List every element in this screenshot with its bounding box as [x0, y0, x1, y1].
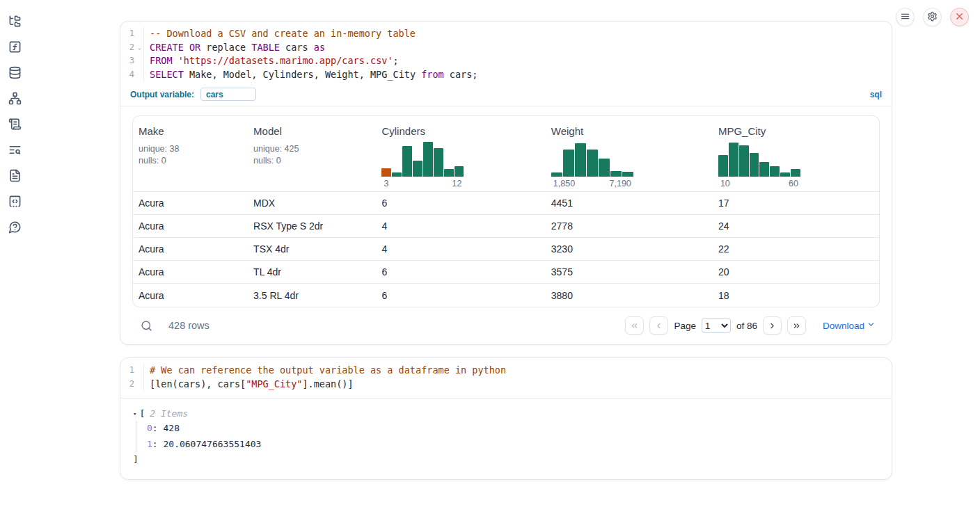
table-cell: 6	[376, 198, 545, 209]
table-cell: Acura	[133, 243, 248, 255]
histogram-bar[interactable]	[750, 153, 759, 177]
table-cell: Acura	[133, 198, 248, 209]
download-button[interactable]: Download	[823, 320, 876, 331]
square-function-icon	[8, 40, 22, 56]
tree-output-header: ▾ [ 2 Items	[133, 408, 880, 419]
last-page-button[interactable]	[787, 316, 806, 335]
folder-tree-icon	[8, 15, 22, 31]
histogram-bar[interactable]	[587, 150, 598, 177]
column-header-make[interactable]: Makeunique: 38nulls: 0	[133, 125, 248, 189]
prev-page-button[interactable]	[649, 316, 668, 335]
line-number: 2	[129, 41, 136, 55]
shutdown-button[interactable]	[950, 8, 969, 26]
histogram-bar[interactable]	[759, 162, 769, 177]
page-select[interactable]: 1	[702, 318, 731, 333]
network-icon	[8, 92, 22, 108]
close-icon	[954, 11, 965, 24]
search-icon[interactable]	[141, 320, 152, 332]
column-name: Make	[139, 125, 248, 137]
row-count-label: 428 rows	[168, 320, 210, 331]
histogram-bar[interactable]	[718, 155, 728, 177]
column-header-weight[interactable]: Weight1,8507,190	[546, 125, 713, 189]
column-header-model[interactable]: Modelunique: 425nulls: 0	[248, 125, 376, 189]
tree-item: 1: 20.060747663551403	[147, 437, 880, 453]
sidebar-item-scratchpad-search[interactable]	[8, 144, 22, 158]
histogram-bar[interactable]	[392, 172, 402, 177]
data-table: Makeunique: 38nulls: 0Modelunique: 425nu…	[132, 115, 880, 307]
settings-button[interactable]	[923, 8, 942, 26]
histogram-bar[interactable]	[563, 150, 574, 177]
pagination: Page 1 of 86 Download	[625, 316, 876, 335]
table-cell: TSX 4dr	[248, 243, 376, 255]
collapse-chevron-icon[interactable]: ▾	[133, 410, 136, 417]
table-row[interactable]: AcuraRSX Type S 2dr4277824	[133, 215, 879, 238]
table-cell: 17	[713, 198, 879, 209]
notebook-menu-button[interactable]	[896, 8, 915, 26]
table-cell: 6	[376, 290, 545, 301]
sidebar-item-documentation[interactable]	[8, 170, 22, 184]
output-variable-input[interactable]	[200, 88, 256, 101]
sql-code-editor[interactable]: 1-- Download a CSV and create an in-memo…	[120, 22, 892, 86]
sidebar-item-logs[interactable]	[8, 118, 22, 132]
fold-chevron-icon[interactable]: ⌄	[136, 41, 143, 55]
histogram-bar[interactable]	[599, 159, 610, 177]
histogram-bar[interactable]	[770, 166, 780, 177]
column-stats: unique: 425nulls: 0	[253, 143, 376, 166]
table-cell: 6	[376, 266, 545, 277]
table-header: Makeunique: 38nulls: 0Modelunique: 425nu…	[133, 116, 879, 192]
table-row[interactable]: Acura3.5 RL 4dr6388018	[133, 284, 879, 307]
histogram-bar[interactable]	[402, 146, 412, 177]
table-cell: 4451	[546, 198, 713, 209]
tree-open-bracket: [	[139, 408, 145, 419]
table-row[interactable]: AcuraMDX6445117	[133, 192, 879, 215]
sidebar-item-snippets[interactable]	[8, 195, 22, 209]
table-cell: 20	[713, 266, 879, 277]
table-footer: 428 rows Page 1 of 86 Download	[132, 314, 880, 339]
column-header-cylinders[interactable]: Cylinders312	[376, 125, 545, 189]
table-cell: 3880	[546, 290, 713, 301]
line-number: 2	[129, 378, 136, 392]
histogram-bar[interactable]	[610, 171, 622, 177]
sidebar-item-data-sources[interactable]	[8, 67, 22, 81]
histogram-bar[interactable]	[739, 145, 749, 177]
column-header-mpg_city[interactable]: MPG_City1060	[713, 125, 879, 189]
histogram-bar[interactable]	[413, 161, 422, 177]
histogram-max-label: 7,190	[610, 179, 631, 189]
code-line: 1# We can reference the output variable …	[120, 364, 892, 378]
first-page-button[interactable]	[625, 316, 644, 335]
tree-item-index: 1	[147, 439, 152, 449]
sidebar-item-dependency-graph[interactable]	[8, 92, 22, 106]
column-histogram[interactable]: 1,8507,190	[551, 142, 633, 189]
sql-cell: 1-- Download a CSV and create an in-memo…	[120, 21, 892, 345]
histogram-bar[interactable]	[622, 172, 633, 177]
histogram-bar[interactable]	[791, 169, 800, 177]
sidebar-item-help[interactable]	[8, 221, 22, 235]
histogram-bar[interactable]	[455, 166, 464, 177]
histogram-bar[interactable]	[434, 148, 443, 177]
histogram-min-label: 3	[384, 179, 388, 189]
histogram-bar[interactable]	[381, 168, 391, 177]
histogram-bar[interactable]	[729, 143, 738, 177]
code-line: 4SELECT Make, Model, Cylinders, Weight, …	[120, 68, 892, 82]
histogram-bar[interactable]	[423, 142, 433, 177]
histogram-bar[interactable]	[575, 143, 586, 177]
column-histogram[interactable]: 1060	[718, 142, 800, 189]
histogram-bar[interactable]	[444, 169, 454, 177]
column-histogram[interactable]: 312	[381, 142, 464, 189]
page-total-label: of 86	[736, 321, 757, 331]
language-label: sql	[870, 90, 882, 99]
histogram-bar[interactable]	[551, 172, 562, 177]
python-code-editor[interactable]: 1# We can reference the output variable …	[120, 358, 892, 399]
table-cell: MDX	[248, 198, 376, 209]
column-name: Model	[253, 125, 376, 137]
tree-items-count: 2 Items	[150, 408, 188, 419]
tree-item-value: 428	[163, 423, 179, 433]
column-name: Cylinders	[381, 125, 545, 137]
table-row[interactable]: AcuraTSX 4dr4323022	[133, 238, 879, 261]
table-cell: Acura	[133, 266, 248, 277]
table-row[interactable]: AcuraTL 4dr6357520	[133, 261, 879, 284]
histogram-bar[interactable]	[780, 172, 790, 177]
sidebar-item-file-explorer[interactable]	[8, 15, 22, 29]
next-page-button[interactable]	[763, 316, 782, 335]
sidebar-item-variables[interactable]	[8, 41, 22, 55]
